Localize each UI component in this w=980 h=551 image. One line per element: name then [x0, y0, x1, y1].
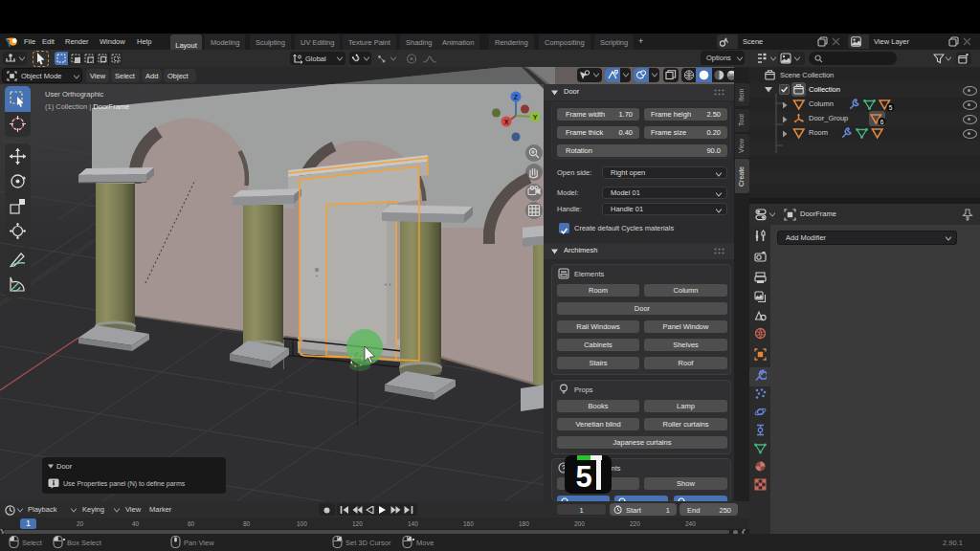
svg-text:5: 5: [889, 104, 893, 111]
svg-text:Y: Y: [533, 114, 538, 121]
svg-text:X: X: [504, 119, 509, 125]
svg-text:Z: Z: [514, 94, 519, 100]
svg-text:6: 6: [880, 119, 884, 125]
svg-text:(1) Collection | DoorFrame: (1) Collection | DoorFrame: [45, 102, 129, 111]
svg-text:User Orthographic: User Orthographic: [45, 90, 104, 99]
